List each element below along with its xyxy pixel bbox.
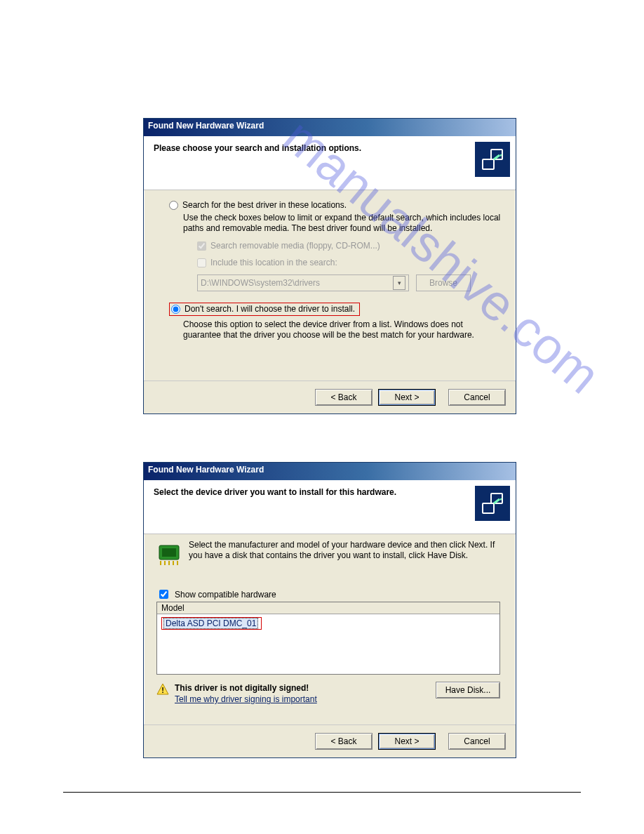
chevron-down-icon: ▾ [393,276,405,290]
header-title: Select the device driver you want to ins… [154,487,506,497]
model-item-label: Delta ASD PCI DMC_01 [163,618,258,629]
instruction-text: Select the manufacturer and model of you… [189,540,502,561]
page-footer-rule [63,792,581,793]
show-compatible-label: Show compatible hardware [175,590,276,600]
location-path-combobox: D:\WINDOWS\system32\drivers ▾ [197,274,409,291]
highlight-dont-search: Don't search. I will choose the driver t… [169,303,360,316]
svg-rect-2 [483,503,494,513]
header-title: Please choose your search and installati… [154,143,506,153]
dialog-footer: < Back Next > Cancel [144,724,516,757]
cancel-button[interactable]: Cancel [448,733,506,750]
check-removable-media-input [197,241,206,251]
dialog-header: Please choose your search and installati… [144,136,516,190]
svg-rect-5 [162,548,176,557]
model-listbox[interactable]: Model Delta ASD PCI DMC_01 [156,602,500,675]
cancel-button[interactable]: Cancel [448,389,506,406]
hardware-wizard-dialog-2: Found New Hardware Wizard Select the dev… [143,462,516,758]
wizard-device-icon [475,142,510,177]
dialog-footer: < Back Next > Cancel [144,380,516,413]
check-include-location-label: Include this location in the search: [210,258,337,267]
svg-text:!: ! [161,686,164,694]
titlebar: Found New Hardware Wizard [144,119,516,136]
model-column-header: Model [157,602,499,614]
back-button[interactable]: < Back [315,389,373,406]
radio-search-best-input[interactable] [169,201,178,210]
location-path-value: D:\WINDOWS\system32\drivers [201,278,320,288]
show-compatible-input[interactable] [159,590,168,599]
check-include-location: Include this location in the search: [197,258,502,267]
dialog-header: Select the device driver you want to ins… [144,480,516,534]
chip-icon [155,538,183,567]
titlebar: Found New Hardware Wizard [144,463,516,480]
radio-search-best-label: Search for the best driver in these loca… [182,200,347,210]
signing-warning: ! This driver is not digitally signed! T… [156,683,317,704]
browse-button: Browse [416,274,471,291]
warning-icon: ! [156,683,169,696]
next-button[interactable]: Next > [378,733,436,750]
highlight-model-item: Delta ASD PCI DMC_01 [161,617,262,630]
check-removable-media: Search removable media (floppy, CD-ROM..… [197,241,502,251]
dont-search-description: Choose this option to select the device … [183,319,502,340]
check-include-location-input [197,258,206,267]
search-sub-options: Search removable media (floppy, CD-ROM..… [197,241,502,291]
radio-dont-search-input[interactable] [171,305,180,314]
back-button[interactable]: < Back [315,733,373,750]
search-best-description: Use the check boxes below to limit or ex… [183,213,502,234]
check-removable-media-label: Search removable media (floppy, CD-ROM..… [210,241,380,251]
warning-title: This driver is not digitally signed! [175,683,309,693]
have-disk-button[interactable]: Have Disk... [436,682,500,699]
radio-dont-search[interactable]: Don't search. I will choose the driver t… [169,303,360,316]
next-button[interactable]: Next > [378,389,436,406]
hardware-wizard-dialog-1: Found New Hardware Wizard Please choose … [143,118,516,414]
radio-dont-search-label: Don't search. I will choose the driver t… [185,304,355,314]
driver-signing-link[interactable]: Tell me why driver signing is important [175,694,317,704]
svg-rect-0 [483,159,494,169]
wizard-device-icon [475,486,510,521]
radio-search-best[interactable]: Search for the best driver in these loca… [169,200,347,210]
show-compatible-checkbox[interactable]: Show compatible hardware [156,588,276,601]
model-list-item[interactable]: Delta ASD PCI DMC_01 [161,617,495,630]
